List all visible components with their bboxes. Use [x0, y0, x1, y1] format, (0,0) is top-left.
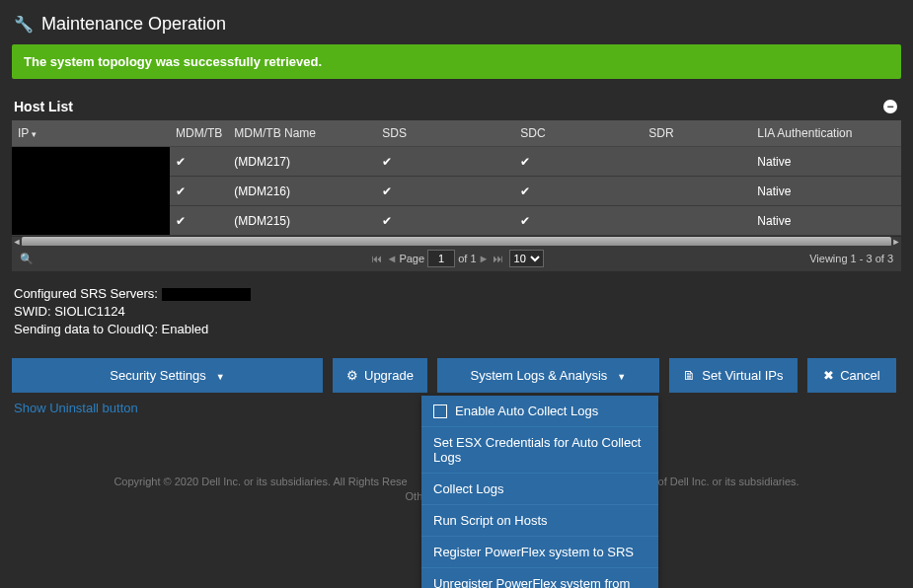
- dropdown-item-enable-auto-collect[interactable]: Enable Auto Collect Logs: [421, 396, 658, 426]
- cell-sdr: [643, 147, 751, 177]
- page-title: Maintenance Operation: [41, 14, 226, 35]
- cell-sdc: ✔: [514, 177, 643, 206]
- search-icon[interactable]: 🔍: [20, 253, 34, 265]
- col-lia[interactable]: LIA Authentication: [751, 120, 901, 147]
- dropdown-item-set-esx-credentials[interactable]: Set ESX Credentials for Auto Collect Log…: [421, 426, 658, 473]
- system-logs-dropdown: Enable Auto Collect Logs Set ESX Credent…: [421, 396, 658, 588]
- checkbox-icon[interactable]: [433, 404, 447, 418]
- cell-mdmtb: ✔: [170, 206, 228, 236]
- cell-sdc: ✔: [514, 147, 643, 177]
- table-row[interactable]: ✔ (MDM217) ✔ ✔ Native: [12, 147, 901, 177]
- col-sds[interactable]: SDS: [376, 120, 514, 147]
- cell-mdmtb-name: (MDM215): [228, 206, 376, 236]
- page-header: 🔧 Maintenance Operation: [12, 10, 901, 44]
- action-bar: Security Settings ⚙ Upgrade System Logs …: [12, 358, 901, 393]
- col-mdmtb-name[interactable]: MDM/TB Name: [228, 120, 376, 147]
- pager-last-icon[interactable]: ⏭: [493, 253, 503, 264]
- system-logs-button[interactable]: System Logs & Analysis: [437, 358, 659, 393]
- hostlist-title: Host List: [14, 99, 73, 114]
- horizontal-scrollbar[interactable]: ◄ ►: [12, 236, 901, 246]
- dropdown-item-unregister-srs[interactable]: Unregister PowerFlex system from SRS: [421, 567, 658, 588]
- pager: 🔍 ⏮ ◄ Page of 1 ► ⏭ 10 Viewing 1 - 3 of …: [12, 246, 901, 271]
- document-icon: 🗎: [683, 368, 696, 383]
- cell-mdmtb: ✔: [170, 177, 228, 206]
- cell-sds: ✔: [376, 206, 514, 236]
- cell-sdr: [643, 206, 751, 236]
- col-mdmtb[interactable]: MDM/TB: [170, 120, 228, 147]
- pager-of-label: of 1: [458, 253, 476, 264]
- cell-sdr: [643, 177, 751, 206]
- srs-servers-redacted: [162, 288, 251, 301]
- col-sdc[interactable]: SDC: [514, 120, 643, 147]
- cancel-button[interactable]: ✖ Cancel: [807, 358, 896, 393]
- cell-sds: ✔: [376, 177, 514, 206]
- pager-first-icon[interactable]: ⏮: [371, 253, 382, 264]
- cell-lia: Native: [751, 147, 901, 177]
- pager-page-input[interactable]: [427, 250, 455, 267]
- srs-servers-label: Configured SRS Servers:: [14, 286, 162, 301]
- success-alert: The system topology was successfully ret…: [12, 44, 901, 79]
- dropdown-item-register-srs[interactable]: Register PowerFlex system to SRS: [421, 536, 658, 567]
- security-settings-button[interactable]: Security Settings: [12, 358, 323, 393]
- info-block: Configured SRS Servers: SWID: SIOLIC1124…: [12, 285, 901, 338]
- cell-mdmtb-name: (MDM216): [228, 177, 376, 206]
- cell-lia: Native: [751, 177, 901, 206]
- pager-size-select[interactable]: 10: [509, 250, 544, 267]
- cell-mdmtb-name: (MDM217): [228, 147, 376, 177]
- pager-next-icon[interactable]: ►: [479, 253, 490, 264]
- hostlist-header: Host List −: [12, 93, 901, 120]
- pager-viewing: Viewing 1 - 3 of 3: [809, 253, 893, 264]
- success-alert-text: The system topology was successfully ret…: [24, 54, 322, 69]
- upgrade-button[interactable]: ⚙ Upgrade: [333, 358, 427, 393]
- cell-lia: Native: [751, 206, 901, 236]
- dropdown-item-collect-logs[interactable]: Collect Logs: [421, 473, 658, 504]
- collapse-icon[interactable]: −: [883, 100, 897, 113]
- col-ip[interactable]: IP: [12, 120, 170, 147]
- cell-mdmtb: ✔: [170, 147, 228, 177]
- host-table: IP MDM/TB MDM/TB Name SDS SDC SDR LIA Au…: [12, 120, 901, 236]
- swid-label: SWID: SIOLIC1124: [14, 303, 901, 321]
- pager-page-label: Page: [399, 253, 424, 264]
- cell-sds: ✔: [376, 147, 514, 177]
- set-virtual-ips-button[interactable]: 🗎 Set Virtual IPs: [669, 358, 798, 393]
- cloudiq-status: Sending data to CloudIQ: Enabled: [14, 321, 901, 338]
- close-icon: ✖: [823, 368, 834, 383]
- pager-prev-icon[interactable]: ◄: [386, 253, 397, 264]
- ip-redacted: [12, 147, 170, 236]
- col-sdr[interactable]: SDR: [643, 120, 751, 147]
- gear-icon: ⚙: [346, 368, 358, 383]
- cell-sdc: ✔: [514, 206, 643, 236]
- dropdown-item-run-script[interactable]: Run Script on Hosts: [421, 504, 658, 536]
- wrench-icon: 🔧: [14, 15, 34, 34]
